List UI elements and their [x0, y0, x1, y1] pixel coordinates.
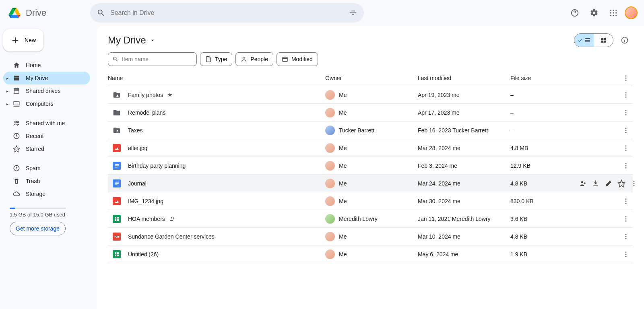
help-icon[interactable] — [567, 5, 583, 21]
more-icon[interactable] — [622, 162, 630, 169]
breadcrumb[interactable]: My Drive — [108, 35, 156, 46]
owner-avatar — [325, 249, 335, 259]
sheet-icon — [113, 215, 121, 223]
svg-point-9 — [615, 15, 617, 16]
chip-type[interactable]: Type — [200, 52, 232, 66]
svg-point-25 — [625, 110, 627, 111]
more-icon[interactable] — [622, 144, 630, 152]
account-avatar[interactable] — [625, 6, 638, 19]
chip-modified[interactable]: Modified — [277, 52, 318, 66]
folder-shared-icon — [113, 126, 121, 134]
nav-trash[interactable]: Trash — [3, 175, 90, 187]
more-icon[interactable] — [622, 91, 630, 99]
nav-shared-drives[interactable]: ▸Shared drives — [3, 84, 90, 97]
svg-point-58 — [625, 236, 627, 237]
star-icon: ★ — [167, 91, 173, 99]
svg-point-28 — [117, 130, 118, 131]
modified-date: Feb 16, 2023 Tucker Barrett — [418, 127, 510, 134]
file-row[interactable]: Family photos★MeApr 19, 2023 me– — [108, 86, 633, 104]
file-row[interactable]: HOA membersMeredith LowryJan 11, 2021 Me… — [108, 210, 633, 228]
col-header-name[interactable]: Name — [108, 75, 325, 81]
svg-point-35 — [625, 149, 627, 150]
svg-rect-17 — [283, 57, 287, 62]
file-name: IMG_1234.jpg — [128, 198, 163, 204]
gear-icon[interactable] — [586, 5, 602, 21]
col-header-owner[interactable]: Owner — [325, 75, 418, 81]
file-row[interactable]: PDFSundance Garden Center servicesMeMar … — [108, 228, 633, 245]
nav-my-drive[interactable]: ▸My Drive — [3, 72, 90, 84]
more-icon[interactable] — [622, 251, 630, 258]
file-row[interactable]: Untitled (26)MeMay 6, 2024 me1.9 KB — [108, 245, 633, 263]
more-icon[interactable] — [630, 180, 638, 187]
svg-point-47 — [625, 200, 627, 202]
filter-name-search[interactable] — [108, 52, 197, 66]
svg-point-59 — [625, 238, 627, 239]
owner-avatar — [325, 161, 335, 171]
nav-storage[interactable]: Storage — [3, 187, 90, 200]
search-input[interactable] — [110, 9, 344, 16]
svg-point-22 — [625, 92, 627, 93]
col-header-modified[interactable]: Last modified — [418, 75, 510, 81]
search-filters-icon[interactable] — [349, 8, 357, 17]
nav-recent[interactable]: Recent — [3, 130, 90, 142]
file-row[interactable]: JournalMeMar 24, 2024 me4.8 KB — [108, 175, 633, 192]
header-icons — [567, 5, 638, 21]
more-icon[interactable] — [622, 233, 630, 240]
star-icon[interactable] — [617, 179, 625, 187]
list-view-button[interactable] — [574, 34, 594, 47]
new-button[interactable]: New — [3, 29, 43, 52]
nav-label: Shared with me — [26, 120, 65, 126]
chip-people[interactable]: People — [235, 52, 273, 66]
more-icon[interactable] — [622, 74, 630, 82]
file-row[interactable]: alfie.jpgMeMar 28, 2024 me4.8 MB — [108, 139, 633, 157]
nav-shared-with-me[interactable]: Shared with me — [3, 117, 90, 130]
svg-point-63 — [625, 255, 627, 257]
info-icon[interactable] — [617, 32, 633, 48]
owner-avatar — [325, 214, 335, 224]
nav-starred[interactable]: Starred — [3, 142, 90, 155]
nav-computers[interactable]: ▸Computers — [3, 97, 90, 110]
file-row[interactable]: Remodel plansMeApr 17, 2023 me– — [108, 104, 633, 122]
computer-icon — [13, 100, 20, 107]
file-row[interactable]: IMG_1234.jpgMeMar 30, 2024 me830.0 KB — [108, 192, 633, 210]
owner-name: Me — [339, 163, 347, 169]
drive-logo-icon[interactable] — [6, 5, 23, 21]
more-icon[interactable] — [622, 215, 630, 222]
download-icon[interactable] — [592, 179, 600, 187]
sidebar: New Home▸My Drive▸Shared drives▸Computer… — [0, 26, 97, 309]
file-size: – — [510, 109, 579, 116]
svg-point-51 — [173, 217, 174, 218]
file-row[interactable]: Birthday party planningMeFeb 3, 2024 me1… — [108, 157, 633, 175]
search-bar[interactable] — [90, 3, 364, 23]
home-icon — [13, 62, 20, 69]
rename-icon[interactable] — [605, 179, 613, 187]
svg-point-29 — [625, 128, 627, 129]
view-toggle — [574, 33, 613, 47]
svg-point-54 — [625, 220, 627, 221]
svg-point-6 — [615, 12, 617, 13]
svg-rect-60 — [113, 250, 121, 258]
filter-name-input[interactable] — [122, 56, 192, 62]
col-header-size[interactable]: File size — [510, 75, 579, 81]
svg-point-2 — [613, 10, 614, 11]
nav-home[interactable]: Home — [3, 59, 90, 72]
more-icon[interactable] — [622, 109, 630, 116]
svg-point-48 — [625, 202, 627, 204]
get-storage-button[interactable]: Get more storage — [10, 222, 66, 235]
svg-point-38 — [625, 165, 627, 166]
modified-date: Apr 17, 2023 me — [418, 109, 510, 116]
owner-name: Me — [339, 251, 347, 258]
apps-icon[interactable] — [605, 5, 621, 21]
grid-view-button[interactable] — [594, 34, 613, 47]
people-icon — [13, 119, 20, 127]
share-icon[interactable] — [579, 179, 587, 187]
more-icon[interactable] — [622, 198, 630, 205]
file-size: – — [510, 127, 579, 134]
more-icon[interactable] — [622, 127, 630, 134]
nav-spam[interactable]: Spam — [3, 162, 90, 175]
file-row[interactable]: TaxesTucker BarrettFeb 16, 2023 Tucker B… — [108, 122, 633, 139]
nav-label: Shared drives — [26, 88, 60, 94]
star-icon — [13, 145, 20, 152]
owner-name: Me — [339, 233, 347, 240]
svg-point-37 — [625, 163, 627, 164]
